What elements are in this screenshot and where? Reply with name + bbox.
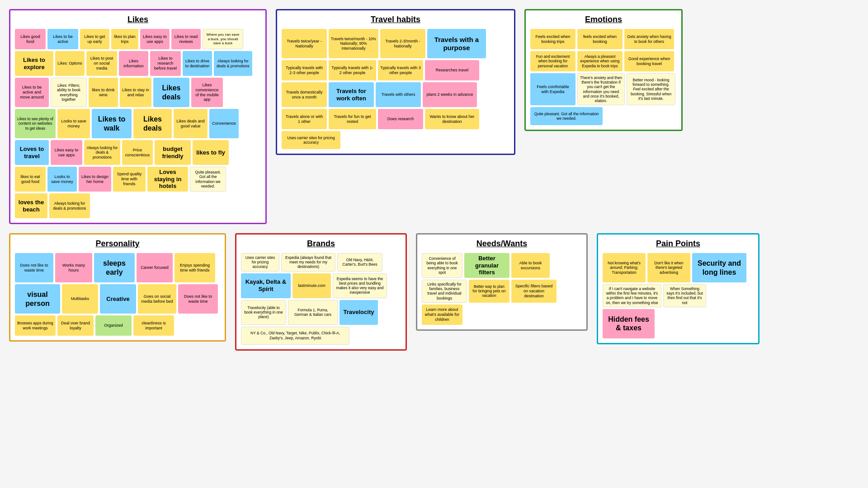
list-item: Kayak, Delta & Spirit [241,273,291,298]
pain-grid: Not knowing what's around; Parking; Tran… [603,253,756,338]
list-item: Better way to plan for bringing pets on … [469,280,509,303]
list-item: Likes to read reviews [171,29,201,49]
list-item: Uses carrier sites for pricing accuracy [282,131,340,149]
list-item: NY & Co., Old Navy, Target, Nike, Publix… [241,327,349,345]
list-item: Always looking for deals & promotions [214,51,252,76]
list-item: Likes good food [15,29,46,49]
list-item: Likes: Filters; ability to book everythi… [51,78,87,107]
needs-section: Needs/Wants Convenience of being able to… [416,233,588,331]
brands-title: Brands [241,239,401,249]
list-item: Price conscientious [122,140,153,165]
list-item: When Something says it's included, but t… [663,284,706,307]
list-item: Expedia seems to have the best prices an… [333,273,387,298]
top-row: Likes Likes good food Likes to be active… [9,9,859,224]
list-item: Does not like to waste time [15,253,53,282]
list-item: likes to plan trips [111,29,138,49]
emotions-grid: Feels excited when booking trips feels e… [530,29,679,125]
list-item: Organized [95,315,132,336]
list-item: Convenience [209,109,239,138]
list-item: Quite pleasant. Got all the information … [530,107,603,125]
list-item: Multitasks [62,284,98,314]
personality-grid: Does not like to waste time Works many h… [15,253,221,336]
list-item: sleeps early [94,253,135,282]
travel-grid: Travels twice/year - Nationally Travels … [282,29,508,149]
list-item: Browses apps during work meetings [15,315,56,336]
list-item: Likes deals [133,109,172,138]
list-item: Likes to walk [92,109,132,138]
list-item: Loves staying in hotels [147,167,188,192]
list-item: Old Navy, H&M, Carter's, Burt's Bees [337,253,382,272]
list-item: Looks to save money [47,167,77,192]
list-item: Always looking for deals & promotions [49,193,90,218]
list-item: Better mood - looking forward to somethi… [627,73,675,105]
list-item: Convenience of being able to book everyt… [422,253,462,278]
list-item: Don't like it when there's targeted adve… [647,253,690,282]
list-item: Likes to be active and move around [15,78,49,107]
list-item: Better granular filters [464,253,509,278]
list-item: Likes to research before travel [150,51,181,76]
list-item: Likes information [119,51,148,76]
list-item: Enjoys spending time with friends [175,253,215,282]
list-item: Feels excited when booking trips [530,29,576,49]
list-item: There's anxiety and then there's the fru… [577,73,625,105]
travel-section: Travel habits Travels twice/year - Natio… [276,9,515,155]
list-item: Fun and excitement when booking for pers… [530,51,576,71]
list-item: Does research [378,109,423,129]
needs-title: Needs/Wants [422,239,582,249]
list-item: Likes to be active [47,29,78,49]
list-item: plans 2 weeks in advance [423,82,477,107]
list-item: Travels alone or with 1 other [282,109,327,129]
list-item: likes to fly [193,140,229,165]
list-item: Deal over brand loyalty [57,315,94,336]
list-item: feels excited when booking [577,29,623,49]
list-item: Travels for work often [329,82,374,107]
list-item: Likes to stay in and relax [120,78,151,107]
pain-section: Pain Points Not knowing what's around; P… [597,233,760,344]
list-item: Career focused [137,253,173,282]
list-item: Travels with a purpose [427,29,486,58]
list-item: Good experience when booking travel [624,51,674,71]
list-item: Expedia (always found that meet my needs… [281,253,335,272]
list-item: Travelocity (able to book everything in … [241,300,286,325]
list-item: Does not like to waste time [178,284,218,314]
list-item: Likes to see plenty of content on websit… [15,109,56,138]
list-item: Travels for fun to get rested [329,109,376,129]
list-item: Formula 1, Puma, German & Italian cars [288,300,338,325]
list-item: Typically travels with 1-2 other people [329,60,376,80]
main-container: Likes Likes good food Likes to be active… [0,0,868,360]
list-item: Likes deals and good value [174,109,208,138]
personality-section: Personality Does not like to waste time … [9,233,226,342]
list-item: Links specifically for families, busines… [422,280,467,303]
brands-grid: Uses carrier sites for pricing accuracy … [241,253,404,345]
brands-section: Brands Uses carrier sites for pricing ac… [235,233,407,351]
list-item: Gets anxiety when having to book for oth… [624,29,674,49]
likes-grid: Likes good food Likes to be active Likes… [15,29,259,218]
list-item: likes to drink wine [89,78,118,107]
list-item: Travels domestically once a month [282,82,327,107]
list-item: Likes to explore [15,51,53,76]
list-item: Typically travels with 2-3 other people [282,60,327,80]
list-item: Goes on social media before bed [138,284,176,314]
list-item: Security and long lines [692,253,746,282]
list-item: Researches travel [425,60,479,80]
list-item: Likes convenience of the mobile app [191,78,223,107]
list-item: Likes to get up early [80,29,109,49]
needs-grid: Convenience of being able to book everyt… [422,253,585,325]
list-item: Travelocity [340,300,378,325]
list-item: Travels twice/month - 10% Nationally; 90… [329,29,378,58]
list-item: Loves to travel [15,140,49,165]
list-item: Likes to design her home [79,167,111,192]
list-item: loves the beach [15,193,47,218]
list-item: Looks to save money [57,109,90,138]
pain-title: Pain Points [603,239,754,249]
list-item: Able to book excursions [511,253,550,278]
list-item: Likes easy to use apps [140,29,170,49]
personality-title: Personality [15,239,220,249]
list-item: Likes: Options [55,51,85,76]
travel-title: Travel habits [282,15,509,24]
list-item: Travels with others [376,82,421,107]
emotions-title: Emotions [530,15,677,24]
list-item: Hidden fees & taxes [603,309,655,338]
likes-title: Likes [15,15,261,24]
list-item: visual person [15,284,60,314]
